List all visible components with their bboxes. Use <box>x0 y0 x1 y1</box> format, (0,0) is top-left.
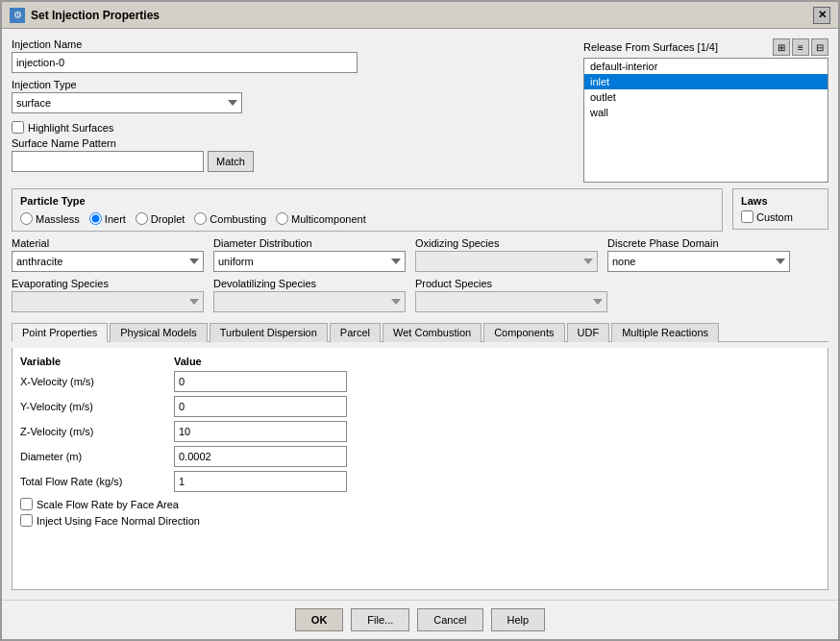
prop-label-x-velocity: X-Velocity (m/s) <box>20 376 174 387</box>
file-button[interactable]: File... <box>351 608 409 631</box>
evaporating-species-select[interactable] <box>12 291 204 312</box>
highlight-surfaces-label: Highlight Surfaces <box>28 122 113 134</box>
top-section: Injection Name Injection Type surface Hi… <box>12 38 828 183</box>
prop-input-y-velocity[interactable] <box>174 396 347 417</box>
release-list: default-interior inlet outlet wall <box>583 58 828 183</box>
ok-button[interactable]: OK <box>295 608 344 631</box>
prop-label-total-flow-rate: Total Flow Rate (kg/s) <box>20 476 174 487</box>
injection-name-input[interactable] <box>12 52 358 73</box>
title-bar-left: ⚙ Set Injection Properties <box>10 8 160 23</box>
cancel-button[interactable]: Cancel <box>417 608 482 631</box>
value-header: Value <box>174 356 202 367</box>
checkboxes-section: Scale Flow Rate by Face Area Inject Usin… <box>20 498 820 527</box>
tab-udf[interactable]: UDF <box>567 323 610 342</box>
devolatilizing-species-label: Devolatilizing Species <box>213 278 406 289</box>
highlight-row: Highlight Surfaces <box>12 121 574 134</box>
dialog-content: Injection Name Injection Type surface Hi… <box>2 29 838 600</box>
dropdowns-row: Material anthracite Diameter Distributio… <box>12 237 828 272</box>
help-button[interactable]: Help <box>491 608 546 631</box>
release-from-surfaces-panel: Release From Surfaces [1/4] ⊞ ≡ ⊟ defaul… <box>583 38 828 183</box>
title-bar: ⚙ Set Injection Properties ✕ <box>2 2 838 29</box>
material-label: Material <box>12 237 204 249</box>
release-from-surfaces-label: Release From Surfaces [1/4] <box>583 41 718 53</box>
release-list-btn-1[interactable]: ⊞ <box>773 38 790 56</box>
release-list-btn-3[interactable]: ⊟ <box>811 38 828 56</box>
diameter-distribution-select[interactable]: uniform <box>213 251 406 272</box>
release-header: Release From Surfaces [1/4] ⊞ ≡ ⊟ <box>583 38 828 56</box>
surface-panel: Highlight Surfaces Surface Name Pattern … <box>12 121 574 172</box>
discrete-phase-domain-select[interactable]: none <box>607 251 790 272</box>
radio-inert[interactable]: Inert <box>89 212 126 225</box>
scale-flow-rate-label: Scale Flow Rate by Face Area <box>37 499 179 510</box>
prop-input-diameter[interactable] <box>174 446 347 467</box>
injection-type-group: Injection Type surface <box>12 79 574 113</box>
surface-name-pattern-input[interactable] <box>12 151 204 172</box>
injection-name-group: Injection Name <box>12 38 574 73</box>
prop-row-z-velocity: Z-Velocity (m/s) <box>20 421 820 442</box>
radio-combusting[interactable]: Combusting <box>194 212 266 225</box>
scale-flow-rate-row: Scale Flow Rate by Face Area <box>20 498 820 510</box>
prop-header-row: Variable Value <box>20 356 820 367</box>
match-button[interactable]: Match <box>208 151 254 172</box>
list-item[interactable]: outlet <box>584 89 828 105</box>
inject-face-normal-label: Inject Using Face Normal Direction <box>37 515 200 527</box>
list-item[interactable]: wall <box>584 105 828 120</box>
variable-header: Variable <box>20 356 174 367</box>
discrete-phase-domain-label: Discrete Phase Domain <box>607 237 790 249</box>
radio-droplet[interactable]: Droplet <box>136 212 185 225</box>
tab-physical-models[interactable]: Physical Models <box>110 323 207 342</box>
tab-parcel[interactable]: Parcel <box>330 323 381 342</box>
highlight-surfaces-checkbox[interactable] <box>12 121 24 134</box>
evaporating-species-label: Evaporating Species <box>12 278 204 289</box>
prop-input-total-flow-rate[interactable] <box>174 471 347 492</box>
prop-label-z-velocity: Z-Velocity (m/s) <box>20 426 174 437</box>
prop-row-x-velocity: X-Velocity (m/s) <box>20 371 820 392</box>
laws-box: Laws Custom <box>732 188 828 230</box>
oxidizing-species-label: Oxidizing Species <box>415 237 598 249</box>
injection-type-label: Injection Type <box>12 79 574 90</box>
surface-name-pattern-label: Surface Name Pattern <box>12 137 574 149</box>
diameter-distribution-group: Diameter Distribution uniform <box>213 237 406 272</box>
dialog-title: Set Injection Properties <box>31 9 160 22</box>
oxidizing-species-select[interactable] <box>415 251 598 272</box>
prop-input-z-velocity[interactable] <box>174 421 347 442</box>
left-section: Injection Name Injection Type surface Hi… <box>12 38 574 183</box>
diameter-distribution-label: Diameter Distribution <box>213 237 406 249</box>
dialog-icon: ⚙ <box>10 8 25 23</box>
tab-components[interactable]: Components <box>483 323 564 342</box>
close-button[interactable]: ✕ <box>813 7 830 24</box>
release-list-btn-2[interactable]: ≡ <box>792 38 809 56</box>
evaporating-species-group: Evaporating Species <box>12 278 204 312</box>
prop-input-x-velocity[interactable] <box>174 371 347 392</box>
laws-title: Laws <box>741 195 820 207</box>
tabs-row: Point Properties Physical Models Turbule… <box>12 322 828 342</box>
discrete-phase-domain-group: Discrete Phase Domain none <box>607 237 790 272</box>
particle-laws-section: Particle Type Massless Inert Droplet Com… <box>12 188 828 232</box>
material-select[interactable]: anthracite <box>12 251 204 272</box>
list-item[interactable]: default-interior <box>584 59 828 74</box>
product-species-label: Product Species <box>415 278 607 289</box>
prop-row-y-velocity: Y-Velocity (m/s) <box>20 396 820 417</box>
devolatilizing-species-select[interactable] <box>213 291 406 312</box>
laws-custom-checkbox[interactable]: Custom <box>741 210 820 223</box>
particle-type-radio-row: Massless Inert Droplet Combusting Multic… <box>20 212 714 225</box>
material-group: Material anthracite <box>12 237 204 272</box>
particle-type-box: Particle Type Massless Inert Droplet Com… <box>12 188 723 232</box>
product-species-group: Product Species <box>415 278 607 312</box>
tab-point-properties[interactable]: Point Properties <box>12 323 108 342</box>
radio-massless[interactable]: Massless <box>20 212 80 225</box>
product-species-select[interactable] <box>415 291 607 312</box>
tab-wet-combustion[interactable]: Wet Combustion <box>383 323 482 342</box>
inject-face-normal-row: Inject Using Face Normal Direction <box>20 514 820 527</box>
radio-multicomponent[interactable]: Multicomponent <box>276 212 366 225</box>
tab-turbulent-dispersion[interactable]: Turbulent Dispersion <box>210 323 328 342</box>
tab-multiple-reactions[interactable]: Multiple Reactions <box>611 323 719 342</box>
scale-flow-rate-checkbox[interactable] <box>20 498 33 510</box>
prop-row-total-flow-rate: Total Flow Rate (kg/s) <box>20 471 820 492</box>
release-header-buttons: ⊞ ≡ ⊟ <box>773 38 828 56</box>
surface-name-row: Match <box>12 151 574 172</box>
injection-type-select[interactable]: surface <box>12 92 242 113</box>
inject-face-normal-checkbox[interactable] <box>20 514 33 527</box>
list-item[interactable]: inlet <box>584 74 828 89</box>
evap-row: Evaporating Species Devolatilizing Speci… <box>12 278 828 312</box>
